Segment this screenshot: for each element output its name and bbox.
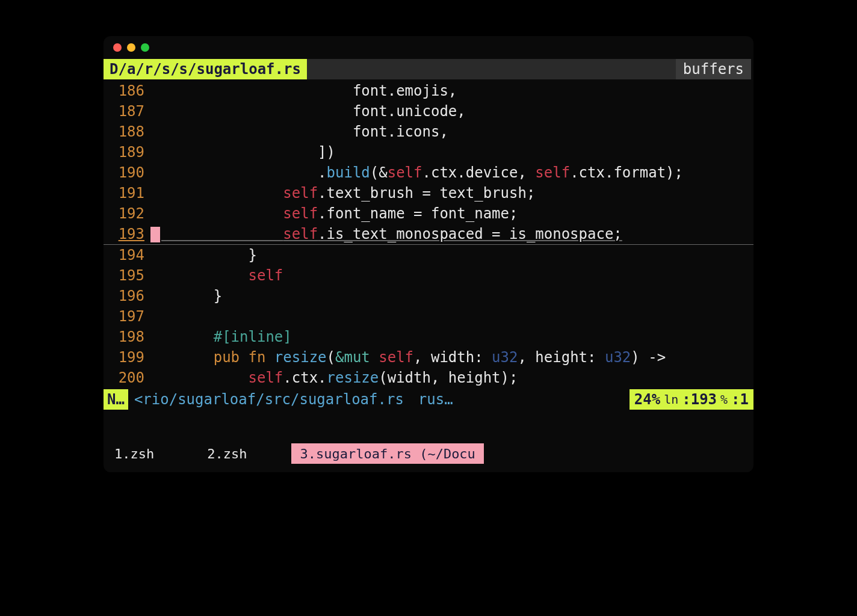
code-line[interactable]: 193 self.is_text_monospaced = is_monospa… bbox=[104, 224, 753, 245]
code-content[interactable]: self.is_text_monospaced = is_monospace; bbox=[161, 224, 753, 244]
code-content[interactable]: self.text_brush = text_brush; bbox=[161, 183, 753, 203]
code-line[interactable]: 191 self.text_brush = text_brush; bbox=[104, 183, 753, 203]
line-number: 192 bbox=[104, 203, 150, 224]
line-number: 190 bbox=[104, 162, 150, 183]
code-content[interactable]: self.font_name = font_name; bbox=[161, 203, 753, 224]
code-content[interactable] bbox=[161, 306, 753, 327]
line-number: 187 bbox=[104, 101, 150, 122]
cursor-column bbox=[150, 203, 161, 224]
cursor-position: 24% ln :193 % :1 bbox=[630, 389, 753, 410]
code-content[interactable]: pub fn resize(&mut self, width: u32, hei… bbox=[161, 347, 753, 368]
code-content[interactable]: font.unicode, bbox=[161, 101, 753, 122]
line-number: 194 bbox=[104, 245, 150, 265]
code-line[interactable]: 200 self.ctx.resize(width, height); bbox=[104, 368, 753, 388]
cursor-column bbox=[150, 183, 161, 203]
cursor-column bbox=[150, 81, 161, 101]
code-line[interactable]: 196 } bbox=[104, 286, 753, 306]
code-content[interactable]: } bbox=[161, 245, 753, 265]
line-number: 189 bbox=[104, 142, 150, 162]
cursor-column bbox=[150, 162, 161, 183]
status-file-path: <rio/sugarloaf/src/sugarloaf.rs rus… bbox=[128, 389, 630, 410]
buffers-button[interactable]: buffers bbox=[676, 59, 751, 79]
code-line[interactable]: 197 bbox=[104, 306, 753, 327]
line-number: 191 bbox=[104, 183, 150, 203]
terminal-tab[interactable]: 3.sugarloaf.rs (~/Docu bbox=[291, 443, 483, 464]
status-lang: rus… bbox=[418, 391, 453, 408]
terminal-tab[interactable]: 2.zsh bbox=[199, 443, 255, 464]
terminal-window: D/a/r/s/s/sugarloaf.rs buffers 186 font.… bbox=[104, 36, 753, 472]
bottom-pad bbox=[104, 464, 753, 472]
code-editor[interactable]: 186 font.emojis,187 font.unicode,188 fon… bbox=[104, 79, 753, 389]
status-path-text: <rio/sugarloaf/src/sugarloaf.rs bbox=[134, 391, 404, 408]
editor-header: D/a/r/s/s/sugarloaf.rs buffers bbox=[104, 59, 753, 79]
line-number: 200 bbox=[104, 368, 150, 388]
cursor-column bbox=[150, 368, 161, 388]
code-content[interactable]: ]) bbox=[161, 142, 753, 162]
status-bar: N… <rio/sugarloaf/src/sugarloaf.rs rus… … bbox=[104, 389, 753, 410]
code-line[interactable]: 186 font.emojis, bbox=[104, 81, 753, 101]
code-line[interactable]: 195 self bbox=[104, 265, 753, 286]
cursor-column bbox=[150, 286, 161, 306]
line-number: 188 bbox=[104, 122, 150, 142]
code-line[interactable]: 199 pub fn resize(&mut self, width: u32,… bbox=[104, 347, 753, 368]
minimize-icon[interactable] bbox=[127, 43, 135, 52]
cursor-column bbox=[150, 265, 161, 286]
maximize-icon[interactable] bbox=[141, 43, 149, 52]
line-number: 197 bbox=[104, 306, 150, 327]
titlebar bbox=[104, 36, 753, 59]
code-content[interactable]: self.ctx.resize(width, height); bbox=[161, 368, 753, 388]
code-line[interactable]: 189 ]) bbox=[104, 142, 753, 162]
code-line[interactable]: 188 font.icons, bbox=[104, 122, 753, 142]
code-content[interactable]: font.emojis, bbox=[161, 81, 753, 101]
code-line[interactable]: 198 #[inline] bbox=[104, 327, 753, 347]
code-content[interactable]: self bbox=[161, 265, 753, 286]
line-number: 196 bbox=[104, 286, 150, 306]
line-number: 193 bbox=[104, 224, 150, 244]
cursor-column bbox=[150, 142, 161, 162]
code-line[interactable]: 194 } bbox=[104, 245, 753, 265]
status-col-label: % bbox=[720, 392, 728, 407]
code-content[interactable]: font.icons, bbox=[161, 122, 753, 142]
cursor-column bbox=[150, 327, 161, 347]
cursor-column bbox=[150, 122, 161, 142]
terminal-tab[interactable]: 1.zsh bbox=[106, 443, 162, 464]
status-ln-label: ln bbox=[664, 392, 678, 407]
cursor-column bbox=[150, 245, 161, 265]
cursor-column bbox=[150, 101, 161, 122]
code-line[interactable]: 192 self.font_name = font_name; bbox=[104, 203, 753, 224]
code-content[interactable]: #[inline] bbox=[161, 327, 753, 347]
cursor-icon bbox=[150, 227, 160, 242]
code-line[interactable]: 190 .build(&self.ctx.device, self.ctx.fo… bbox=[104, 162, 753, 183]
file-path-tab[interactable]: D/a/r/s/s/sugarloaf.rs bbox=[104, 59, 307, 79]
status-percent: 24% bbox=[634, 391, 660, 408]
spacer bbox=[104, 410, 753, 443]
code-content[interactable]: .build(&self.ctx.device, self.ctx.format… bbox=[161, 162, 753, 183]
code-content[interactable]: } bbox=[161, 286, 753, 306]
close-icon[interactable] bbox=[113, 43, 122, 52]
header-spacer bbox=[307, 59, 676, 79]
status-col-value: :1 bbox=[731, 391, 749, 408]
line-number: 186 bbox=[104, 81, 150, 101]
cursor-column bbox=[150, 306, 161, 327]
editor-mode-indicator: N… bbox=[104, 389, 128, 410]
terminal-tab-bar: 1.zsh2.zsh3.sugarloaf.rs (~/Docu bbox=[104, 443, 753, 464]
status-ln-value: :193 bbox=[682, 391, 717, 408]
cursor-column bbox=[150, 224, 161, 244]
cursor-column bbox=[150, 347, 161, 368]
line-number: 199 bbox=[104, 347, 150, 368]
line-number: 195 bbox=[104, 265, 150, 286]
line-number: 198 bbox=[104, 327, 150, 347]
code-line[interactable]: 187 font.unicode, bbox=[104, 101, 753, 122]
